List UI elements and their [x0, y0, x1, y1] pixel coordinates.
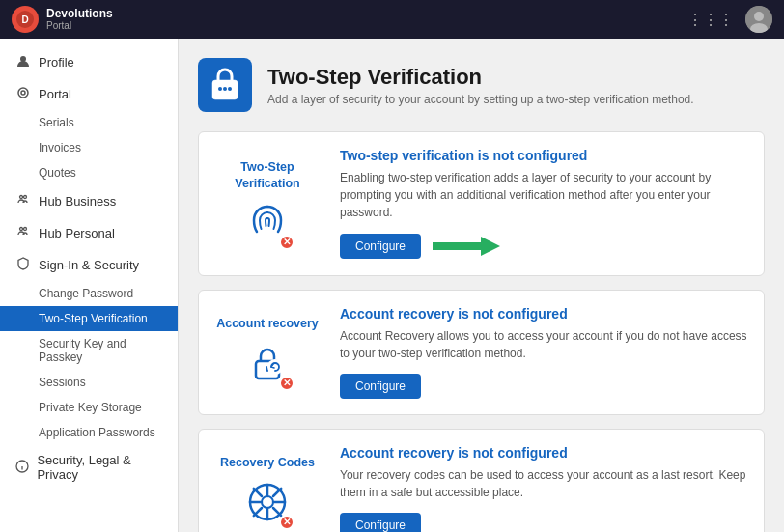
sidebar-item-security-legal[interactable]: Security, Legal & Privacy: [0, 445, 178, 490]
card-label-two-step: Two-Step Verification: [214, 159, 321, 191]
navbar-right: ⋮⋮⋮: [687, 6, 772, 33]
svg-text:D: D: [21, 14, 28, 25]
recovery-codes-card: Recovery Codes ✕: [198, 429, 765, 532]
sidebar-item-profile[interactable]: Profile: [0, 46, 178, 78]
hub-personal-icon: [15, 225, 31, 241]
layout: Profile Portal Serials Invoices Quotes H: [0, 39, 784, 532]
sidebar-item-sessions[interactable]: Sessions: [0, 370, 178, 395]
page-header-icon: [198, 58, 252, 112]
recovery-card-title: Account recovery is not configured: [340, 306, 748, 322]
card-left-codes: Recovery Codes ✕: [214, 455, 321, 527]
grid-icon[interactable]: ⋮⋮⋮: [687, 11, 734, 29]
svg-line-28: [254, 488, 262, 495]
two-step-card-title: Two-step verification is not configured: [340, 148, 748, 163]
svg-point-7: [21, 91, 25, 95]
svg-point-16: [218, 87, 222, 91]
svg-line-30: [273, 488, 281, 495]
card-right-recovery: Account recovery is not configured Accou…: [340, 306, 748, 399]
page-subtitle: Add a layer of security to your account …: [267, 93, 694, 106]
user-avatar[interactable]: [745, 6, 772, 33]
sidebar-label-hub-personal: Hub Personal: [39, 226, 115, 240]
codes-card-desc: Your recovery codes can be used to acces…: [340, 466, 748, 501]
sidebar-label-hub-business: Hub Business: [39, 194, 116, 209]
shield-icon: [15, 257, 31, 273]
two-step-card: Two-Step Verification ✕ Two-step verific…: [198, 131, 765, 276]
sidebar-item-quotes[interactable]: Quotes: [0, 160, 178, 185]
account-recovery-card: Account recovery ✕ Account recovery is n…: [198, 290, 765, 415]
svg-point-11: [24, 228, 27, 231]
recovery-codes-icon-wrap: ✕: [244, 479, 291, 528]
hub-business-icon: [15, 193, 31, 210]
card-label-codes: Recovery Codes: [214, 455, 321, 470]
svg-line-29: [273, 508, 281, 516]
sidebar-label-portal: Portal: [39, 87, 71, 101]
sidebar-item-change-password[interactable]: Change Password: [0, 281, 178, 306]
svg-point-17: [223, 87, 227, 91]
card-left-recovery: Account recovery ✕: [214, 316, 321, 388]
sidebar-label-security-legal: Security, Legal & Privacy: [37, 453, 162, 482]
svg-point-3: [754, 12, 764, 21]
page-title: Two-Step Verification: [267, 65, 694, 90]
card-left-two-step: Two-Step Verification ✕: [214, 159, 321, 248]
sidebar-item-two-step[interactable]: Two-Step Verification: [0, 306, 178, 331]
fingerprint-icon-wrap: ✕: [244, 199, 291, 248]
sidebar-item-hub-personal[interactable]: Hub Personal: [0, 217, 178, 249]
arrow-indicator: [433, 233, 500, 260]
page-header: Two-Step Verification Add a layer of sec…: [198, 58, 765, 112]
sidebar-item-hub-business[interactable]: Hub Business: [0, 185, 178, 217]
devolutions-logo: D: [12, 6, 39, 33]
main-content: Two-Step Verification Add a layer of sec…: [179, 39, 784, 532]
sidebar-item-invoices[interactable]: Invoices: [0, 135, 178, 160]
svg-marker-19: [433, 237, 500, 256]
codes-configure-button[interactable]: Configure: [340, 513, 421, 532]
green-arrow-icon: [433, 233, 500, 260]
navbar: D Devolutions Portal ⋮⋮⋮: [0, 0, 784, 39]
svg-line-31: [254, 508, 262, 516]
two-step-card-desc: Enabling two-step verification adds a la…: [340, 169, 748, 221]
profile-icon: [15, 54, 31, 70]
recovery-error-badge: ✕: [279, 376, 294, 391]
sidebar-item-serials[interactable]: Serials: [0, 110, 178, 135]
card-right-two-step: Two-step verification is not configured …: [340, 148, 748, 260]
svg-point-10: [20, 228, 23, 231]
brand-text: Devolutions Portal: [46, 7, 113, 32]
two-step-error-badge: ✕: [279, 235, 294, 250]
sidebar-item-security-key[interactable]: Security Key and Passkey: [0, 331, 178, 370]
svg-point-23: [262, 496, 273, 508]
sidebar-label-profile: Profile: [39, 55, 74, 70]
sidebar: Profile Portal Serials Invoices Quotes H: [0, 39, 179, 532]
portal-icon: [15, 86, 31, 102]
recovery-card-desc: Account Recovery allows you to access yo…: [340, 327, 748, 362]
sidebar-item-portal[interactable]: Portal: [0, 78, 178, 110]
sidebar-item-signin-security[interactable]: Sign-In & Security: [0, 249, 178, 281]
sidebar-item-private-key[interactable]: Private Key Storage: [0, 395, 178, 420]
svg-point-9: [24, 196, 27, 199]
svg-point-8: [20, 196, 23, 199]
sidebar-label-signin-security: Sign-In & Security: [39, 258, 139, 272]
svg-point-21: [267, 359, 283, 375]
info-icon: [15, 460, 29, 476]
svg-point-18: [228, 87, 232, 91]
svg-point-6: [18, 88, 28, 98]
sidebar-item-app-passwords[interactable]: Application Passwords: [0, 420, 178, 445]
card-label-recovery: Account recovery: [214, 316, 321, 331]
codes-error-badge: ✕: [279, 515, 294, 530]
page-header-text: Two-Step Verification Add a layer of sec…: [267, 65, 694, 106]
codes-card-title: Account recovery is not configured: [340, 445, 748, 461]
two-step-configure-button[interactable]: Configure: [340, 234, 421, 259]
lock-refresh-icon-wrap: ✕: [244, 340, 291, 389]
recovery-configure-button[interactable]: Configure: [340, 374, 421, 399]
brand-logo[interactable]: D Devolutions Portal: [12, 6, 113, 33]
card-right-codes: Account recovery is not configured Your …: [340, 445, 748, 532]
